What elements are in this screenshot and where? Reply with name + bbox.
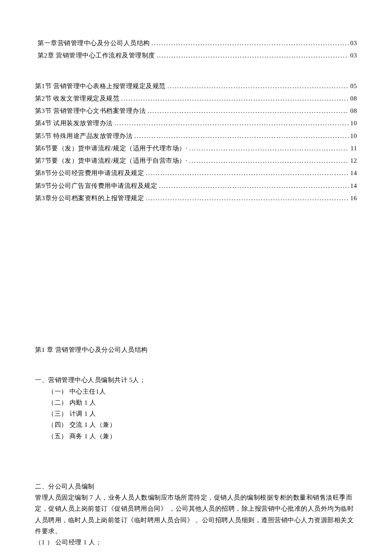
toc-label: 第3节 营销管理中心文书档案管理办法 [35,105,146,116]
list-item: （二） 内勤 1 人 [48,397,357,408]
toc-leader [146,167,349,178]
toc-label: 第4节 试用装发放管理办法 [35,118,113,129]
spacer [35,442,357,481]
toc-leader [146,193,349,204]
toc-page: 11 [351,143,357,154]
toc-label: 第一章营销管理中心及分公司人员结构 [37,37,150,49]
toc-row: 第6节要（发）货申请流程/规定（适用于代理市场）· 11 [35,143,357,154]
list-item: （一） 中心主任1人 [48,386,357,397]
toc-row: 第9节分公司广告宣传费用申请流程及规定 14 [35,180,357,191]
toc-page: 03 [350,50,357,61]
list-item: （四） 交流 1 人（兼） [48,419,357,430]
toc-leader [157,50,349,61]
toc-leader [147,105,349,116]
toc-page: 03 [350,37,357,49]
toc-row: 第一章营销管理中心及分公司人员结构 03 [35,37,357,49]
toc-page: 05 [350,81,357,92]
toc-leader [121,93,349,104]
toc-leader [115,118,349,129]
chapter-title: 第1 章 营销管理中心及分公司人员结构 [35,344,357,355]
list-item: （五） 商务 1 人（兼） [48,431,357,442]
toc-row: 第3节 营销管理中心文书档案管理办法 08 [35,105,357,116]
chapter-1: 第1 章 营销管理中心及分公司人员结构 一、营销管理中心人员编制共计 5人； （… [35,344,357,548]
section-2-title: 二、分公司人员编制 [35,481,357,492]
toc-label: 第2节 收发文管理规定及规范 [35,93,119,104]
section-2-paragraph: 管理人员固定编制 7 人，业务人员人数编制应市场所需待定，促销人员的编制根据专柜… [35,492,357,537]
toc-page: 08 [350,93,357,104]
toc-leader [189,143,349,154]
toc-sections-block: 第1节 营销管理中心表格上报管理规定及规范 05 第2节 收发文管理规定及规范 … [35,81,357,204]
toc-label: 第1节 营销管理中心表格上报管理规定及规范 [35,81,166,92]
toc-row: 第2节 收发文管理规定及规范 08 [35,93,357,104]
section-1-list: （一） 中心主任1人 （二） 内勤 1 人 （三） 计调 1 人 （四） 交流 … [35,386,357,442]
section-1-title: 一、营销管理中心人员编制共计 5人； [35,374,357,385]
toc-page: 14 [350,167,357,178]
toc-row: 第3章分公司档案资料的上报管理规定 16 [35,193,357,204]
toc-row: 第5节 特殊用途产品发放管理办法 10 [35,130,357,141]
list-item: （三） 计调 1 人 [48,408,357,419]
toc-leader [152,37,349,49]
toc-page: 16 [350,193,357,204]
toc-row: 第1节 营销管理中心表格上报管理规定及规范 05 [35,81,357,92]
toc-page: 08 [350,105,357,116]
toc-row: 第4节 试用装发放管理办法 10 [35,118,357,129]
toc-label: 第6节要（发）货申请流程/规定（适用于代理市场）· [35,143,187,154]
toc-page: 12 [350,155,357,166]
toc-row: 第7节要（发）货申请流程/规定（适用于自营市场）· 12 [35,155,357,166]
toc-label: 第3章分公司档案资料的上报管理规定 [35,193,144,204]
toc-row: 第2章 营销管理中心工作流程及管理制度 03 [35,50,357,61]
toc-leader [167,81,349,92]
toc-label: 第8节分公司经营费用申请流程及规定 [35,167,144,178]
toc-leader [189,155,349,166]
toc-top-block: 第一章营销管理中心及分公司人员结构 03 第2章 营销管理中心工作流程及管理制度… [35,37,357,61]
toc-label: 第5节 特殊用途产品发放管理办法 [35,130,133,141]
toc-label: 第9节分公司广告宣传费用申请流程及规定 [35,180,157,191]
toc-leader [159,180,349,191]
toc-label: 第7节要（发）货申请流程/规定（适用于自营市场）· [35,155,187,166]
toc-row: 第8节分公司经营费用申请流程及规定 14 [35,167,357,178]
toc-page: 10 [350,118,357,129]
toc-page: 14 [350,180,357,191]
toc-label: 第2章 营销管理中心工作流程及管理制度 [37,50,155,61]
toc-leader [134,130,349,141]
list-item: （1 ） 公司经理 1 人； [35,537,357,548]
toc-page: 10 [350,130,357,141]
